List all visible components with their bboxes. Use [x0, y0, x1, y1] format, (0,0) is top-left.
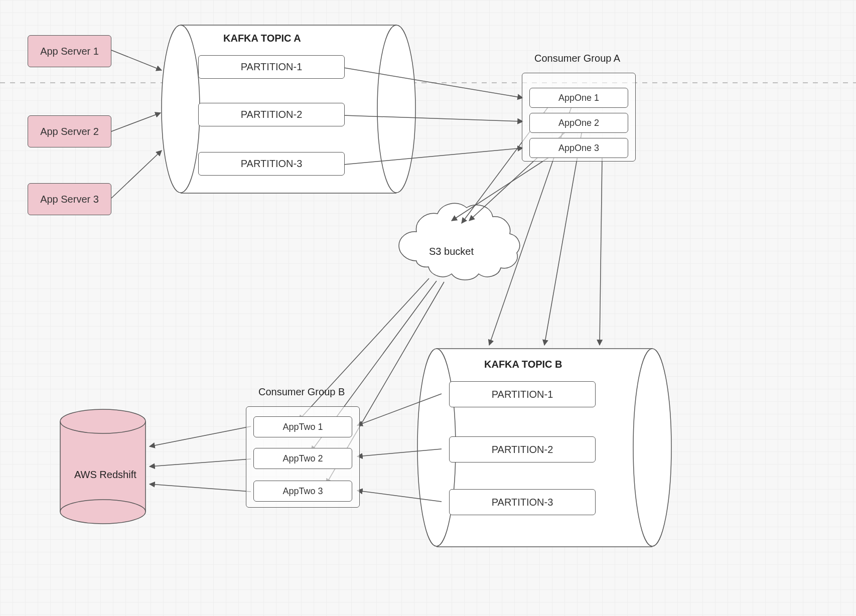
topicA-partition-3: PARTITION-3: [198, 152, 345, 176]
svg-point-8: [633, 349, 671, 546]
topicB-partition-2: PARTITION-2: [449, 436, 596, 463]
app-server-3-label: App Server 3: [40, 194, 99, 205]
topicB-partition-3: PARTITION-3: [449, 489, 596, 515]
svg-point-2: [162, 25, 200, 193]
s3-bucket-label: S3 bucket: [429, 246, 474, 257]
svg-rect-11: [60, 421, 146, 512]
aws-redshift-cylinder: [60, 409, 146, 524]
svg-point-12: [60, 500, 146, 524]
apptwo-2: AppTwo 2: [253, 448, 352, 469]
topicA-partition-2: PARTITION-2: [198, 103, 345, 126]
svg-point-3: [377, 25, 415, 193]
arrow-apptwo1-redshift: [150, 426, 251, 446]
arrow-appone3-s3: [452, 157, 549, 221]
apptwo-1: AppTwo 1: [253, 416, 352, 437]
appone-2: AppOne 2: [529, 113, 628, 133]
app-server-2-label: App Server 2: [40, 126, 99, 137]
s3-cloud: [399, 203, 520, 280]
app-server-3: App Server 3: [28, 183, 111, 215]
arrow-appone2-topicB: [544, 130, 582, 345]
app-server-1-label: App Server 1: [40, 46, 99, 57]
arrow-appserver1-topicA: [111, 50, 162, 70]
arrow-appone3-topicB: [600, 157, 602, 345]
arrow-appserver3-topicA: [111, 150, 162, 198]
arrow-apptwo3-redshift: [150, 484, 251, 492]
topicB-partition-1: PARTITION-1: [449, 381, 596, 407]
diagram-svg: [0, 0, 856, 616]
arrow-apptwo2-redshift: [150, 459, 251, 467]
arrow-appserver2-topicA: [111, 113, 161, 131]
consumer-group-b-title: Consumer Group B: [258, 386, 345, 398]
kafka-topic-a-title: KAFKA TOPIC A: [223, 33, 301, 44]
appone-1: AppOne 1: [529, 88, 628, 108]
consumer-group-a-title: Consumer Group A: [534, 53, 620, 64]
apptwo-3: AppTwo 3: [253, 481, 352, 502]
app-server-1: App Server 1: [28, 35, 111, 67]
appone-3: AppOne 3: [529, 138, 628, 158]
topicA-partition-1: PARTITION-1: [198, 55, 345, 79]
kafka-topic-b-title: KAFKA TOPIC B: [484, 359, 562, 370]
app-server-2: App Server 2: [28, 115, 111, 147]
arrow-s3-apptwo1: [299, 278, 429, 420]
aws-redshift-label: AWS Redshift: [74, 469, 136, 481]
svg-point-15: [60, 409, 146, 433]
